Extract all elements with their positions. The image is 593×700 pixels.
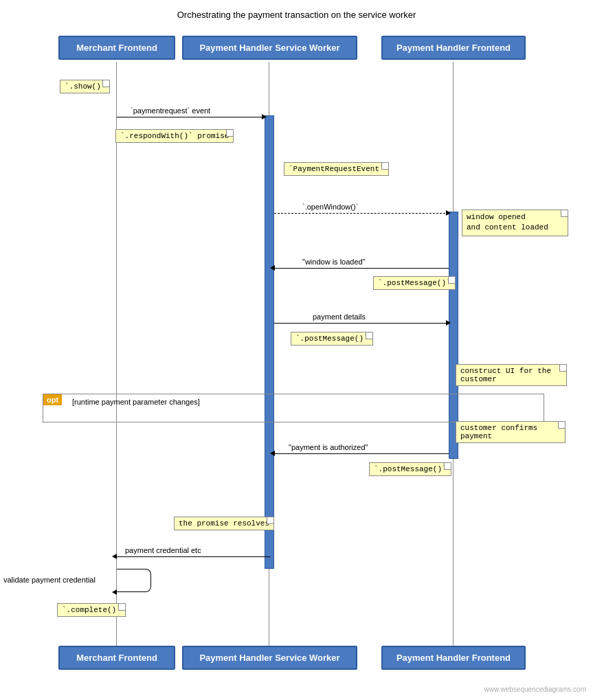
watermark: www.websequencediagrams.com xyxy=(484,686,586,693)
opt-label: opt xyxy=(43,394,62,405)
opt-container: opt [runtime payment parameter changes] xyxy=(43,394,544,422)
note-paymentRequestEvent: `PaymentRequestEvent` xyxy=(284,162,389,176)
diagram-container: Orchestrating the payment transaction on… xyxy=(0,0,593,700)
arrow-openWindow-head xyxy=(446,210,451,216)
note-postMessage3: `.postMessage()` xyxy=(369,462,451,476)
arrow-paymentCredential-head xyxy=(112,554,117,559)
note-constructUI: construct UI for the customer xyxy=(456,364,567,386)
handler-frontend-top: Payment Handler Frontend xyxy=(381,36,526,60)
label-paymentrequest: `paymentrequest` event xyxy=(131,106,210,115)
arrow-openWindow xyxy=(274,213,449,214)
diagram-title: Orchestrating the payment transaction on… xyxy=(0,0,593,27)
label-paymentAuthorized: "payment is authorized" xyxy=(289,443,368,451)
label-paymentCredential: payment credential etc xyxy=(125,546,201,554)
note-complete: `.complete()` xyxy=(57,603,126,617)
label-paymentDetails: payment details xyxy=(313,313,366,321)
note-postMessage2: `.postMessage()` xyxy=(291,332,373,346)
note-promiseResolves: the promise resolves xyxy=(174,517,274,530)
arrow-paymentrequest xyxy=(117,117,265,117)
opt-condition: [runtime payment parameter changes] xyxy=(72,398,200,406)
arrow-paymentCredential xyxy=(117,556,270,557)
arrow-paymentDetails-head xyxy=(446,320,451,326)
label-openWindow: `.openWindow()` xyxy=(302,203,358,211)
handler-frontend-bottom: Payment Handler Frontend xyxy=(381,646,526,670)
arrow-paymentAuthorized xyxy=(274,453,449,454)
note-postMessage1: `.postMessage()` xyxy=(373,276,456,290)
note-respondWith: `.respondWith()` promise xyxy=(115,129,234,143)
arrow-paymentAuthorized-head xyxy=(270,451,275,456)
arrow-paymentDetails xyxy=(274,323,449,324)
self-loop-head xyxy=(112,589,117,595)
note-show: `.show()` xyxy=(60,80,110,93)
note-validatePayment: validate payment credential xyxy=(3,576,96,584)
arrow-windowLoaded xyxy=(274,268,449,269)
service-worker-bottom: Payment Handler Service Worker xyxy=(182,646,357,670)
arrow-windowLoaded-head xyxy=(270,265,275,271)
note-windowOpened: window openedand content loaded xyxy=(462,210,568,236)
label-windowLoaded: "window is loaded" xyxy=(302,258,366,266)
self-loop-validate xyxy=(117,569,151,592)
service-worker-top: Payment Handler Service Worker xyxy=(182,36,357,60)
arrow-paymentrequest-head xyxy=(262,114,267,120)
note-customerConfirms: customer confirms payment xyxy=(456,421,566,443)
service-worker-activation xyxy=(265,115,274,569)
merchant-frontend-bottom: Merchant Frontend xyxy=(58,646,175,670)
merchant-frontend-top: Merchant Frontend xyxy=(58,36,175,60)
